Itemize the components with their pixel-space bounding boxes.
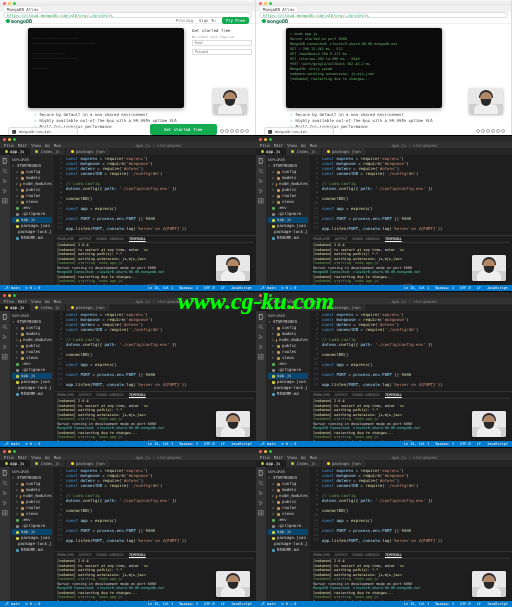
terminal-tab-output[interactable]: OUTPUT [335, 393, 348, 397]
status-language[interactable]: JavaScript [231, 602, 252, 606]
status-errors[interactable]: ⊘ 0 ⚠ 0 [26, 286, 41, 290]
status-encoding[interactable]: UTF-8 [204, 286, 215, 290]
minimize-icon[interactable] [8, 450, 11, 453]
maximize-icon[interactable] [13, 294, 16, 297]
menu-go[interactable]: Go [45, 143, 50, 148]
minimize-icon[interactable] [8, 138, 11, 141]
terminal-tab-problems[interactable]: PROBLEMS [57, 553, 74, 557]
debug-icon[interactable] [258, 500, 264, 506]
status-eol[interactable]: LF [221, 602, 225, 606]
close-icon[interactable] [3, 450, 6, 453]
tab-package-json[interactable]: package.json [322, 460, 367, 467]
menu-go[interactable]: Go [301, 299, 306, 304]
terminal-tab-terminal[interactable]: TERMINAL [385, 553, 402, 557]
menu-file[interactable]: File [260, 143, 270, 148]
terminal-tab-output[interactable]: OUTPUT [79, 237, 92, 241]
files-icon[interactable] [2, 158, 8, 164]
menu-run[interactable]: Run [310, 299, 317, 304]
extensions-icon[interactable] [258, 510, 264, 516]
browser-tab[interactable]: MongoDB Atlas [4, 7, 41, 12]
menu-view[interactable]: View [31, 299, 41, 304]
menu-file[interactable]: File [4, 455, 14, 460]
files-icon[interactable] [258, 158, 264, 164]
menu-view[interactable]: View [31, 455, 41, 460]
search-icon[interactable] [258, 480, 264, 486]
git-icon[interactable] [258, 334, 264, 340]
menu-run[interactable]: Run [54, 143, 61, 148]
minimize-icon[interactable] [8, 294, 11, 297]
menu-file[interactable]: File [260, 299, 270, 304]
status-errors[interactable]: ⊘ 0 ⚠ 0 [282, 442, 297, 446]
terminal-tab-terminal[interactable]: TERMINAL [129, 393, 146, 397]
close-icon[interactable] [259, 138, 262, 141]
terminal-tab-output[interactable]: OUTPUT [79, 553, 92, 557]
minimize-icon[interactable] [264, 450, 267, 453]
status-eol[interactable]: LF [221, 442, 225, 446]
status-encoding[interactable]: UTF-8 [460, 286, 471, 290]
status-cursor[interactable]: Ln 15, Col 1 [404, 286, 429, 290]
status-errors[interactable]: ⊘ 0 ⚠ 0 [282, 602, 297, 606]
tab-index-js[interactable]: index.js [286, 304, 321, 311]
maximize-icon[interactable] [13, 450, 16, 453]
status-spaces[interactable]: Spaces: 2 [179, 286, 198, 290]
browser-tab[interactable]: MongoDB Atlas [260, 7, 297, 12]
tab-app-js[interactable]: app.js [0, 304, 30, 311]
terminal-tab-output[interactable]: OUTPUT [335, 553, 348, 557]
git-icon[interactable] [258, 490, 264, 496]
menu-go[interactable]: Go [45, 455, 50, 460]
menu-edit[interactable]: Edit [274, 299, 284, 304]
taskbar-tab[interactable]: ⬛mongodb·run…zsh [264, 127, 334, 135]
status-eol[interactable]: LF [477, 602, 481, 606]
search-icon[interactable] [2, 168, 8, 174]
close-icon[interactable] [3, 2, 6, 5]
try-free-button[interactable]: Try Free [222, 17, 249, 24]
menu-go[interactable]: Go [301, 455, 306, 460]
files-icon[interactable] [258, 314, 264, 320]
status-encoding[interactable]: UTF-8 [204, 602, 215, 606]
status-language[interactable]: JavaScript [487, 442, 508, 446]
terminal-tab-terminal[interactable]: TERMINAL [129, 553, 146, 557]
extensions-icon[interactable] [2, 198, 8, 204]
terminal-tab-debug[interactable]: DEBUG CONSOLE [353, 393, 380, 397]
status-cursor[interactable]: Ln 15, Col 1 [404, 602, 429, 606]
search-icon[interactable] [258, 168, 264, 174]
terminal-tab-debug[interactable]: DEBUG CONSOLE [97, 553, 124, 557]
maximize-icon[interactable] [269, 138, 272, 141]
menu-run[interactable]: Run [54, 299, 61, 304]
file-readme[interactable]: README.md [268, 391, 308, 397]
extensions-icon[interactable] [258, 198, 264, 204]
terminal-tab-debug[interactable]: DEBUG CONSOLE [97, 393, 124, 397]
tab-package-json[interactable]: package.json [66, 460, 111, 467]
close-icon[interactable] [3, 294, 6, 297]
files-icon[interactable] [2, 470, 8, 476]
status-spaces[interactable]: Spaces: 2 [179, 442, 198, 446]
terminal-tab-problems[interactable]: PROBLEMS [57, 393, 74, 397]
menu-edit[interactable]: Edit [274, 455, 284, 460]
git-icon[interactable] [2, 490, 8, 496]
menu-go[interactable]: Go [45, 299, 50, 304]
nav-pricing[interactable]: Pricing [176, 18, 193, 23]
status-encoding[interactable]: UTF-8 [204, 442, 215, 446]
status-branch[interactable]: ⎇ main [260, 442, 276, 446]
status-cursor[interactable]: Ln 15, Col 1 [148, 602, 173, 606]
status-cursor[interactable]: Ln 15, Col 1 [404, 442, 429, 446]
debug-icon[interactable] [2, 500, 8, 506]
extensions-icon[interactable] [2, 354, 8, 360]
menu-file[interactable]: File [260, 455, 270, 460]
status-branch[interactable]: ⎇ main [4, 442, 20, 446]
file-readme[interactable]: README.md [268, 547, 308, 553]
terminal-tab-terminal[interactable]: TERMINAL [385, 393, 402, 397]
tab-app-js[interactable]: app.js [0, 148, 30, 155]
files-icon[interactable] [2, 314, 8, 320]
terminal-tab-problems[interactable]: PROBLEMS [57, 237, 74, 241]
menu-go[interactable]: Go [301, 143, 306, 148]
status-spaces[interactable]: Spaces: 2 [435, 602, 454, 606]
maximize-icon[interactable] [269, 450, 272, 453]
nav-signin[interactable]: Sign In [199, 18, 216, 23]
terminal-tab-problems[interactable]: PROBLEMS [313, 393, 330, 397]
tab-index-js[interactable]: index.js [286, 460, 321, 467]
status-eol[interactable]: LF [221, 286, 225, 290]
status-encoding[interactable]: UTF-8 [460, 442, 471, 446]
maximize-icon[interactable] [269, 2, 272, 5]
close-icon[interactable] [259, 294, 262, 297]
